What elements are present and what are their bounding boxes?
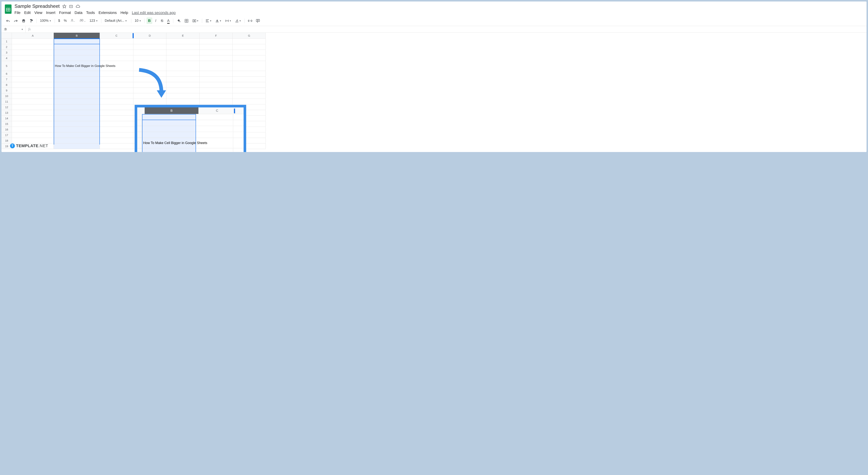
move-icon[interactable] [69, 4, 73, 8]
row-header[interactable]: 4 [1, 56, 12, 61]
number-format-dropdown[interactable]: 123▼ [88, 18, 99, 24]
cell-A7[interactable] [12, 76, 54, 82]
cell-A13[interactable] [12, 110, 54, 115]
cell-A12[interactable] [12, 104, 54, 110]
col-header-d[interactable]: D [133, 33, 166, 39]
cell-C16[interactable] [100, 127, 133, 132]
cell-F2[interactable] [199, 44, 232, 50]
cell-E3[interactable] [166, 50, 199, 56]
overlay-col-header-c[interactable]: C [198, 107, 236, 114]
cell-F7[interactable] [199, 76, 232, 82]
star-icon[interactable] [62, 4, 66, 8]
cell-A8[interactable] [12, 82, 54, 88]
col-header-b[interactable]: B [54, 33, 100, 39]
fill-color-icon[interactable] [175, 18, 182, 24]
overlay-cell-b4[interactable] [142, 132, 196, 138]
col-header-e[interactable]: E [166, 33, 199, 39]
overlay-resize-handle[interactable] [234, 108, 235, 113]
cell-D6[interactable] [133, 71, 166, 76]
cell-G2[interactable] [232, 44, 266, 50]
cell-C2[interactable] [100, 44, 133, 50]
cell-G1[interactable] [232, 39, 266, 44]
cell-D1[interactable] [133, 39, 166, 44]
row-header[interactable]: 3 [1, 50, 12, 56]
percent-button[interactable]: % [62, 18, 68, 24]
cell-G5[interactable] [232, 61, 266, 71]
cell-E9[interactable] [166, 88, 199, 93]
overlay-cell-c2[interactable] [196, 120, 233, 126]
cell-D8[interactable] [133, 82, 166, 88]
cell-A5[interactable] [12, 61, 54, 71]
cell-A2[interactable] [12, 44, 54, 50]
cell-B7[interactable] [54, 76, 100, 82]
menu-insert[interactable]: Insert [46, 10, 55, 15]
cell-B14[interactable] [54, 115, 100, 121]
row-header[interactable]: 14 [1, 115, 12, 121]
cell-C12[interactable] [100, 104, 133, 110]
cell-B9[interactable] [54, 88, 100, 93]
cell-G9[interactable] [232, 88, 266, 93]
col-header-a[interactable]: A [12, 33, 54, 39]
col-header-g[interactable]: G [232, 33, 266, 39]
row-header[interactable]: 1 [1, 39, 12, 44]
cell-E7[interactable] [166, 76, 199, 82]
cell-C4[interactable] [100, 56, 133, 61]
row-header[interactable]: 17 [1, 132, 12, 138]
cell-A11[interactable] [12, 99, 54, 104]
cell-B5[interactable]: How To Make Cell Bigger in Google Sheets [54, 61, 100, 71]
formula-input[interactable] [33, 26, 867, 33]
v-align-icon[interactable]: ▼ [214, 18, 223, 24]
cell-F3[interactable] [199, 50, 232, 56]
italic-button[interactable]: I [153, 18, 159, 24]
overlay-cell-c5[interactable] [196, 138, 233, 148]
cell-B1[interactable] [54, 39, 100, 44]
cell-A15[interactable] [12, 121, 54, 127]
h-align-icon[interactable]: ▼ [204, 18, 213, 24]
cell-A6[interactable] [12, 71, 54, 76]
cell-F6[interactable] [199, 71, 232, 76]
overlay-cell-b1[interactable] [142, 114, 196, 120]
cell-G8[interactable] [232, 82, 266, 88]
select-all-corner[interactable] [1, 33, 12, 39]
row-header[interactable]: 15 [1, 121, 12, 127]
cell-D11[interactable] [133, 99, 166, 104]
cell-A10[interactable] [12, 93, 54, 99]
cell-G10[interactable] [232, 93, 266, 99]
borders-icon[interactable] [183, 18, 190, 24]
menu-file[interactable]: File [14, 10, 21, 15]
decrease-decimal-icon[interactable]: .0← [69, 18, 77, 24]
cell-C18[interactable] [100, 138, 133, 143]
menu-extensions[interactable]: Extensions [98, 10, 117, 15]
col-header-f[interactable]: F [199, 33, 232, 39]
column-resize-handle[interactable] [132, 33, 134, 38]
cell-C19[interactable] [100, 143, 133, 149]
row-header[interactable]: 16 [1, 127, 12, 132]
cell-D3[interactable] [133, 50, 166, 56]
cell-C7[interactable] [100, 76, 133, 82]
cell-B2[interactable] [54, 44, 100, 50]
cell-A16[interactable] [12, 127, 54, 132]
cell-A9[interactable] [12, 88, 54, 93]
cell-A18[interactable] [12, 138, 54, 143]
bold-button[interactable]: B [147, 18, 152, 24]
cell-C8[interactable] [100, 82, 133, 88]
strikethrough-button[interactable]: S [159, 18, 165, 24]
row-header[interactable]: 8 [1, 82, 12, 88]
cell-D4[interactable] [133, 56, 166, 61]
cell-E1[interactable] [166, 39, 199, 44]
cell-F10[interactable] [199, 93, 232, 99]
overlay-cell-c1[interactable] [196, 114, 233, 120]
currency-button[interactable]: $ [57, 18, 62, 24]
overlay-cell-c4[interactable] [196, 132, 233, 138]
font-size-dropdown[interactable]: 10 ▼ [133, 18, 143, 24]
row-header[interactable]: 10 [1, 93, 12, 99]
cell-A1[interactable] [12, 39, 54, 44]
cell-G11[interactable] [232, 99, 266, 104]
cell-C3[interactable] [100, 50, 133, 56]
menu-tools[interactable]: Tools [86, 10, 95, 15]
cell-D2[interactable] [133, 44, 166, 50]
text-wrap-icon[interactable]: ▼ [224, 18, 233, 24]
text-color-button[interactable]: A [166, 18, 171, 24]
cell-C5[interactable] [100, 61, 133, 71]
insert-link-icon[interactable] [247, 19, 254, 23]
